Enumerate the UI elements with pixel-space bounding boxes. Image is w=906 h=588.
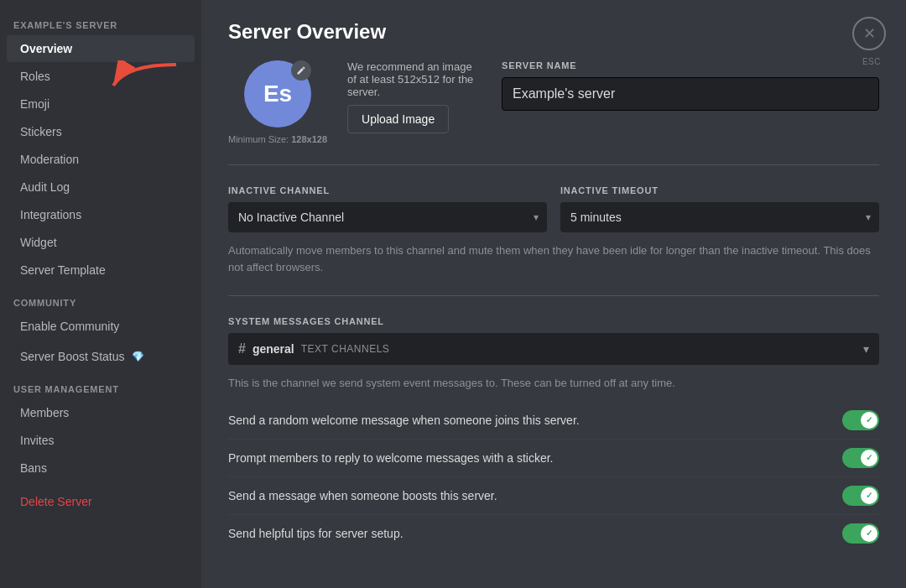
close-icon: ✕ (863, 24, 876, 43)
inactive-fields-row: INACTIVE CHANNEL No Inactive Channel ▾ I… (228, 185, 879, 232)
toggle-welcome-label: Send a random welcome message when someo… (228, 414, 580, 427)
inactive-help-text: Automatically move members to this chann… (228, 242, 879, 275)
toggle-welcome-knob: ✓ (861, 412, 877, 429)
sidebar-item-moderation-label: Moderation (20, 153, 79, 166)
server-icon[interactable]: Es (244, 60, 311, 127)
hash-icon: # (238, 341, 246, 356)
toggle-welcome[interactable]: ✓ (842, 410, 879, 430)
sidebar-item-widget-label: Widget (20, 236, 57, 249)
server-name-input[interactable] (502, 77, 879, 111)
sidebar-item-enable-community-label: Enable Community (20, 320, 119, 333)
toggle-sticker-knob: ✓ (861, 450, 877, 466)
community-section-label: Community (0, 284, 201, 313)
sidebar: Example's Server Overview Roles Emoji St… (0, 0, 201, 588)
top-section: Es Minimum Size: 128x128 We recommend an… (228, 60, 879, 165)
min-size-text: Minimum Size: 128x128 (228, 134, 327, 144)
inactive-channel-field: INACTIVE CHANNEL No Inactive Channel ▾ (228, 185, 547, 232)
inactive-timeout-select-wrapper: 5 minutes ▾ (560, 202, 879, 232)
checkmark-icon: ✓ (866, 415, 872, 424)
toggle-row-welcome: Send a random welcome message when someo… (228, 402, 879, 440)
sidebar-item-bans[interactable]: Bans (7, 455, 195, 481)
sidebar-item-server-template-label: Server Template (20, 263, 106, 277)
sidebar-item-enable-community[interactable]: Enable Community (7, 313, 195, 340)
sidebar-item-emoji[interactable]: Emoji (7, 91, 195, 117)
sidebar-item-audit-log-label: Audit Log (20, 180, 70, 194)
sidebar-item-audit-log[interactable]: Audit Log (7, 174, 195, 200)
upload-image-button[interactable]: Upload Image (347, 105, 449, 133)
sidebar-item-invites-label: Invites (20, 434, 54, 447)
sidebar-item-roles[interactable]: Roles (7, 63, 195, 90)
inactive-timeout-label: INACTIVE TIMEOUT (560, 185, 879, 195)
system-messages-label: SYSTEM MESSAGES CHANNEL (228, 316, 879, 326)
sidebar-item-invites[interactable]: Invites (7, 427, 195, 454)
checkmark-icon-boost: ✓ (866, 491, 872, 500)
sidebar-item-bans-label: Bans (20, 461, 47, 475)
server-name-field-label: SERVER NAME (502, 60, 879, 70)
upload-area: We recommend an image of at least 512x51… (347, 60, 482, 133)
system-channel-select[interactable]: # general TEXT CHANNELS ▾ (228, 333, 879, 365)
delete-server-label: Delete Server (20, 495, 92, 508)
sidebar-item-widget[interactable]: Widget (7, 229, 195, 256)
sidebar-item-members[interactable]: Members (7, 399, 195, 426)
server-icon-area: Es Minimum Size: 128x128 (228, 60, 327, 144)
toggle-row-helpful-tips: Send helpful tips for server setup. ✓ (228, 515, 879, 552)
inactive-channel-label: INACTIVE CHANNEL (228, 185, 547, 195)
checkmark-icon-sticker: ✓ (866, 453, 872, 462)
boost-icon: 💎 (132, 351, 144, 362)
toggle-row-sticker-prompt: Prompt members to reply to welcome messa… (228, 440, 879, 477)
close-button[interactable]: ✕ (852, 17, 886, 50)
inactive-timeout-select[interactable]: 5 minutes (560, 202, 879, 232)
sidebar-item-server-boost[interactable]: Server Boost Status 💎 (7, 343, 195, 370)
esc-label: ESC (862, 57, 881, 66)
toggle-sticker-prompt[interactable]: ✓ (842, 448, 879, 468)
sidebar-item-integrations[interactable]: Integrations (7, 201, 195, 228)
toggle-list: Send a random welcome message when someo… (228, 402, 879, 552)
toggle-tips-label: Send helpful tips for server setup. (228, 527, 404, 540)
server-name-label: Example's Server (0, 13, 201, 35)
channel-name: general (253, 342, 294, 356)
sidebar-item-server-boost-label: Server Boost Status (20, 350, 125, 363)
delete-server-button[interactable]: Delete Server (7, 488, 195, 515)
sidebar-item-overview[interactable]: Overview (7, 35, 195, 62)
system-messages-help-text: This is the channel we send system event… (228, 375, 879, 392)
edit-icon (291, 60, 311, 81)
sidebar-item-server-template[interactable]: Server Template (7, 257, 195, 284)
toggle-helpful-tips[interactable]: ✓ (842, 523, 879, 544)
server-name-section: SERVER NAME (502, 60, 879, 111)
toggle-tips-knob: ✓ (861, 525, 877, 542)
sidebar-item-members-label: Members (20, 406, 69, 419)
sidebar-item-stickers-label: Stickers (20, 125, 62, 138)
user-management-section-label: User Management (0, 371, 201, 399)
channel-sub: TEXT CHANNELS (301, 343, 390, 355)
toggle-sticker-label: Prompt members to reply to welcome messa… (228, 451, 553, 465)
sidebar-item-overview-label: Overview (20, 42, 72, 55)
inactive-channel-select[interactable]: No Inactive Channel (228, 202, 547, 232)
main-content: Server Overview ✕ ESC Es Minimum Size: 1… (201, 0, 906, 588)
inactive-timeout-field: INACTIVE TIMEOUT 5 minutes ▾ (560, 185, 879, 232)
sidebar-item-emoji-label: Emoji (20, 97, 49, 111)
server-icon-initials: Es (263, 81, 292, 107)
system-messages-section: SYSTEM MESSAGES CHANNEL # general TEXT C… (228, 316, 879, 572)
chevron-down-icon-channel: ▾ (863, 342, 869, 356)
sidebar-item-integrations-label: Integrations (20, 208, 81, 221)
upload-description: We recommend an image of at least 512x51… (347, 60, 482, 98)
checkmark-icon-tips: ✓ (866, 528, 872, 538)
sidebar-item-roles-label: Roles (20, 70, 50, 83)
toggle-boost-message[interactable]: ✓ (842, 486, 879, 506)
sidebar-item-moderation[interactable]: Moderation (7, 146, 195, 173)
inactive-channel-section: INACTIVE CHANNEL No Inactive Channel ▾ I… (228, 185, 879, 296)
toggle-boost-label: Send a message when someone boosts this … (228, 489, 497, 502)
toggle-boost-knob: ✓ (861, 487, 877, 504)
page-title: Server Overview (228, 20, 879, 44)
toggle-row-boost-message: Send a message when someone boosts this … (228, 477, 879, 515)
inactive-channel-select-wrapper: No Inactive Channel ▾ (228, 202, 547, 232)
sidebar-item-stickers[interactable]: Stickers (7, 118, 195, 145)
